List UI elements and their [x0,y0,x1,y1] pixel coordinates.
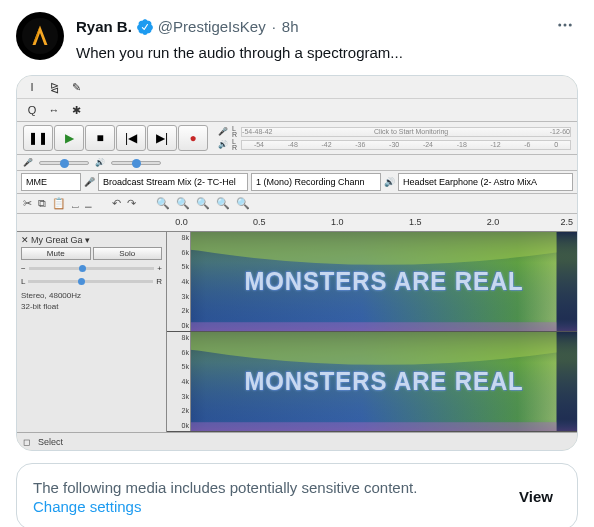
recording-channels-dropdown[interactable]: 1 (Mono) Recording Chann [251,173,381,191]
close-track-icon[interactable]: ✕ [21,235,29,245]
copy-icon[interactable]: ⧉ [38,197,46,210]
warning-message: The following media includes potentially… [33,478,417,498]
timestamp[interactable]: 8h [282,18,299,35]
zoom-selection-icon[interactable]: 🔍 [196,197,210,210]
spectrogram-hidden-text: MONSTERS ARE REAL [206,232,561,331]
tweet-text: When you run the audio through a spectro… [76,43,578,63]
mic-icon[interactable]: 🎤 [218,127,228,136]
track-bitdepth-label: 32-bit float [21,301,162,312]
cut-icon[interactable]: ✂ [23,197,32,210]
svg-point-0 [22,18,58,54]
tools-toolbar: I ⧎ ✎ [17,76,577,99]
pause-button[interactable]: ❚❚ [23,125,53,151]
pan-slider[interactable] [28,280,153,283]
lr-label-2: L R [232,139,237,151]
audio-host-dropdown[interactable]: MME [21,173,81,191]
record-button[interactable]: ● [178,125,208,151]
media-attachment[interactable]: I ⧎ ✎ Q ↔ ✱ ❚❚ ▶ ■ |◀ ▶| ● [16,75,578,451]
frequency-scale-left: 8k6k5k4k3k2k0k [167,232,191,331]
paste-icon[interactable]: 📋 [52,197,66,210]
transport-toolbar: ❚❚ ▶ ■ |◀ ▶| ● 🎤 L R -54-48-42 Click to … [17,122,577,155]
svg-point-1 [558,24,561,27]
skip-start-button[interactable]: |◀ [116,125,146,151]
mic-icon-2: 🎤 [23,158,33,167]
view-button[interactable]: View [511,488,561,505]
stop-button[interactable]: ■ [85,125,115,151]
spectrogram-left-channel[interactable]: 8k6k5k4k3k2k0k MONSTERS ARE REAL [167,232,577,332]
svg-point-3 [569,24,572,27]
zoom-fit-icon[interactable]: 🔍 [216,197,230,210]
draw-tool-icon[interactable]: ✎ [67,79,85,95]
snap-checkbox[interactable]: ◻ [23,437,30,447]
handle[interactable]: @PrestigeIsKey [158,18,266,35]
verified-badge-icon [136,18,154,36]
play-button[interactable]: ▶ [54,125,84,151]
name-row: Ryan B. @PrestigeIsKey · 8h [76,12,578,41]
avatar[interactable] [16,12,64,60]
tweet-header: Ryan B. @PrestigeIsKey · 8h When you run… [16,12,578,63]
recording-device-dropdown[interactable]: Broadcast Stream Mix (2- TC-Hel [98,173,248,191]
recording-meter[interactable]: -54-48-42 Click to Start Monitoring -12-… [241,127,571,137]
undo-icon[interactable]: ↶ [112,197,121,210]
frequency-scale-right: 8k6k5k4k3k2k0k [167,332,191,431]
status-bar: ◻ Select [17,432,577,450]
lr-label: L R [232,126,237,138]
playback-volume-slider[interactable] [111,161,161,165]
timeline-ruler[interactable]: 0.0 0.5 1.0 1.5 2.0 2.5 [17,214,577,232]
speaker-icon-2: 🔊 [95,158,105,167]
speaker-icon-3: 🔊 [384,177,395,187]
tools-toolbar-2: Q ↔ ✱ [17,99,577,122]
envelope-tool-icon[interactable]: ⧎ [45,79,63,95]
zoom-tool-icon[interactable]: Q [23,102,41,118]
sensitive-content-warning: The following media includes potentially… [16,463,578,527]
spectrogram-hidden-text-2: MONSTERS ARE REAL [206,332,561,431]
change-settings-link[interactable]: Change settings [33,498,417,515]
solo-button[interactable]: Solo [93,247,163,260]
edit-toolbar: ✂ ⧉ 📋 ⎵ ⎽ ↶ ↷ 🔍 🔍 🔍 🔍 🔍 [17,194,577,214]
display-name[interactable]: Ryan B. [76,18,132,35]
header-main: Ryan B. @PrestigeIsKey · 8h When you run… [76,12,578,63]
gain-slider[interactable] [29,267,155,270]
zoom-in-icon[interactable]: 🔍 [156,197,170,210]
select-label: Select [38,437,63,447]
spectrogram-channels: 8k6k5k4k3k2k0k MONSTERS ARE REAL [167,232,577,432]
device-toolbar: MME 🎤 Broadcast Stream Mix (2- TC-Hel 1 … [17,171,577,194]
audacity-window: I ⧎ ✎ Q ↔ ✱ ❚❚ ▶ ■ |◀ ▶| ● [17,76,577,450]
mixer-toolbar: 🎤 🔊 [17,155,577,171]
transport-controls: ❚❚ ▶ ■ |◀ ▶| ● [23,125,208,151]
playback-device-dropdown[interactable]: Headset Earphone (2- Astro MixA [398,173,573,191]
recording-volume-slider[interactable] [39,161,89,165]
redo-icon[interactable]: ↷ [127,197,136,210]
separator: · [270,18,278,35]
trim-icon[interactable]: ⎵ [72,198,79,210]
mute-button[interactable]: Mute [21,247,91,260]
track-area: ✕ My Great Ga ▾ Mute Solo − + L [17,232,577,432]
playback-meter[interactable]: -54-48-42-36-30-24-18-12-60 [241,140,571,150]
timeshift-tool-icon[interactable]: ↔ [45,102,63,118]
track-menu-icon[interactable]: ▾ [85,235,90,245]
speaker-icon[interactable]: 🔊 [218,140,228,149]
track-control-panel[interactable]: ✕ My Great Ga ▾ Mute Solo − + L [17,232,167,432]
silence-icon[interactable]: ⎽ [85,198,92,210]
selection-tool-icon[interactable]: I [23,79,41,95]
meters: 🎤 L R -54-48-42 Click to Start Monitorin… [218,125,571,151]
more-options-button[interactable] [552,12,578,41]
zoom-out-icon[interactable]: 🔍 [176,197,190,210]
mic-icon-3: 🎤 [84,177,95,187]
track-name[interactable]: My Great Ga [31,235,83,245]
track-format-label: Stereo, 48000Hz [21,290,162,301]
svg-point-2 [564,24,567,27]
skip-end-button[interactable]: ▶| [147,125,177,151]
zoom-toggle-icon[interactable]: 🔍 [236,197,250,210]
spectrogram-right-channel[interactable]: 8k6k5k4k3k2k0k MONSTERS ARE REAL [167,332,577,432]
multi-tool-icon[interactable]: ✱ [67,102,85,118]
tweet-container: Ryan B. @PrestigeIsKey · 8h When you run… [0,0,594,527]
